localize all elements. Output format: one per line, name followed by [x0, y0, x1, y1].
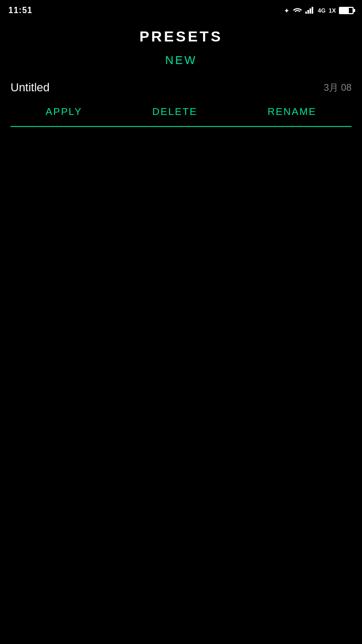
svg-rect-2: [310, 8, 311, 14]
bluetooth-icon: ✦: [284, 7, 290, 15]
preset-name: Untitled: [10, 81, 50, 94]
status-icons: ✦ 4G 1X: [284, 6, 354, 15]
wifi-icon: [293, 6, 302, 15]
battery-icon: [339, 7, 354, 14]
preset-date: 3月 08: [324, 81, 352, 94]
network-type-4g: 4G: [318, 7, 326, 14]
svg-rect-3: [312, 7, 313, 14]
signal-icon: [305, 6, 315, 15]
page-title: PRESETS: [0, 24, 362, 49]
action-buttons: APPLY DELETE RENAME: [0, 100, 362, 126]
status-bar: 11:51 ✦ 4G 1X: [0, 0, 362, 19]
divider: [10, 126, 352, 127]
status-time: 11:51: [8, 6, 33, 15]
new-button[interactable]: NEW: [165, 54, 197, 67]
delete-button[interactable]: DELETE: [152, 106, 197, 118]
rename-button[interactable]: RENAME: [268, 106, 316, 118]
preset-item: Untitled 3月 08: [0, 76, 362, 100]
svg-rect-0: [305, 12, 307, 14]
svg-rect-1: [307, 10, 309, 14]
apply-button[interactable]: APPLY: [46, 106, 82, 118]
network-type-1x: 1X: [329, 7, 336, 14]
